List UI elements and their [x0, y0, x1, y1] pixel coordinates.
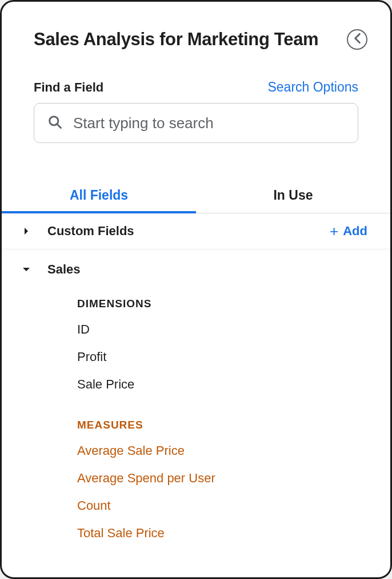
tab-in-use[interactable]: In Use [196, 177, 390, 213]
panel-title: Sales Analysis for Marketing Team [34, 29, 318, 50]
sales-fields: DIMENSIONS ID Profit Sale Price MEASURES… [22, 277, 367, 547]
search-input[interactable] [73, 114, 345, 132]
collapse-button[interactable] [347, 29, 367, 50]
dimension-field-profit[interactable]: Profit [77, 343, 367, 371]
add-custom-field-button[interactable]: + Add [330, 224, 367, 239]
custom-fields-header-left: Custom Fields [22, 224, 134, 239]
caret-right-icon [22, 227, 30, 235]
search-box[interactable] [34, 103, 358, 143]
find-field-label: Find a Field [34, 80, 103, 95]
measure-field-count[interactable]: Count [77, 492, 367, 519]
custom-fields-label: Custom Fields [47, 224, 134, 239]
tab-all-fields[interactable]: All Fields [2, 177, 196, 213]
measures-group-label: MEASURES [77, 419, 367, 431]
field-picker-panel: Sales Analysis for Marketing Team Find a… [0, 0, 392, 579]
chevron-left-icon [354, 33, 361, 46]
dimension-field-id[interactable]: ID [77, 316, 367, 343]
custom-fields-section[interactable]: Custom Fields + Add [2, 213, 390, 249]
sales-label: Sales [47, 262, 81, 277]
svg-point-0 [50, 117, 58, 125]
svg-line-1 [58, 125, 61, 128]
add-label: Add [343, 224, 367, 239]
dimension-field-sale-price[interactable]: Sale Price [77, 371, 367, 398]
field-tabs: All Fields In Use [2, 177, 390, 213]
caret-down-icon [22, 267, 30, 272]
sales-section-header[interactable]: Sales [22, 262, 367, 277]
plus-icon: + [330, 224, 338, 239]
measure-field-total-sale-price[interactable]: Total Sale Price [77, 519, 367, 547]
measure-field-avg-sale-price[interactable]: Average Sale Price [77, 437, 367, 465]
measure-field-avg-spend-per-user[interactable]: Average Spend per User [77, 465, 367, 492]
search-icon [47, 114, 63, 132]
search-options-link[interactable]: Search Options [267, 80, 358, 95]
dimensions-group-label: DIMENSIONS [77, 298, 367, 310]
find-field-header: Find a Field Search Options [2, 59, 390, 103]
panel-header: Sales Analysis for Marketing Team [2, 2, 390, 59]
search-container [2, 103, 390, 143]
sales-section: Sales DIMENSIONS ID Profit Sale Price ME… [2, 249, 390, 547]
